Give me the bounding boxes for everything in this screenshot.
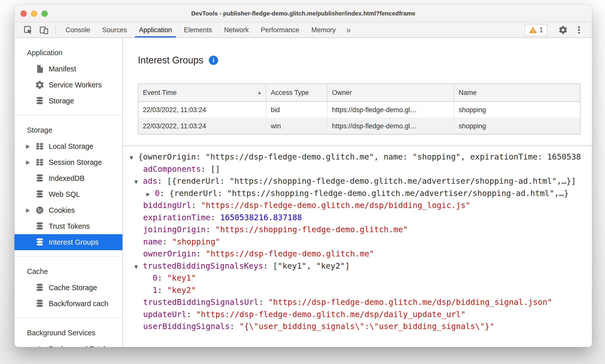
column-header-name[interactable]: Name xyxy=(454,84,580,102)
expand-arrow-icon[interactable]: ▶ xyxy=(26,159,35,165)
database-icon xyxy=(35,221,44,231)
kebab-menu-icon[interactable] xyxy=(571,25,587,35)
sidebar-section-storage: Storage▶Local Storage▶Session StorageInd… xyxy=(14,115,122,257)
property-value: : xyxy=(196,249,206,258)
sidebar-item-cookies[interactable]: ▶Cookies xyxy=(14,202,122,218)
info-icon[interactable]: i xyxy=(209,56,218,65)
sidebar-item-cache-storage[interactable]: Cache Storage xyxy=(14,280,122,296)
table-tree-splitter[interactable] xyxy=(123,145,592,146)
sidebar-item-local-storage[interactable]: ▶Local Storage xyxy=(14,138,122,154)
column-header-owner[interactable]: Owner xyxy=(327,84,454,102)
collapse-arrow-icon[interactable]: ▼ xyxy=(134,176,143,188)
tree-line[interactable]: ownerOrigin: "https://dsp-fledge-demo.gl… xyxy=(130,248,592,260)
cookie-icon xyxy=(35,205,44,215)
collapse-arrow-icon[interactable]: ▼ xyxy=(130,152,138,164)
devtools-toolbar: ConsoleSourcesApplicationElementsNetwork… xyxy=(14,22,592,38)
tree-line[interactable]: joiningOrigin: "https://shopping-fledge-… xyxy=(130,223,592,236)
tree-line[interactable]: trustedBiddingSignalsUrl: "https://dsp-f… xyxy=(130,296,592,308)
tree-line[interactable]: adComponents: [] xyxy=(130,163,592,175)
column-header-access-type[interactable]: Access Type xyxy=(266,84,327,102)
property-name: expirationTime xyxy=(143,213,211,222)
tree-line[interactable]: userBiddingSignals: "{\"user_bidding_sig… xyxy=(130,320,592,333)
tab-network[interactable]: Network xyxy=(218,22,255,37)
tab-sources[interactable]: Sources xyxy=(96,22,133,37)
property-value: "{\"user_bidding_signals\":\"user_biddin… xyxy=(239,322,494,331)
table-row[interactable]: 22/03/2022, 11:03:24bidhttps://dsp-fledg… xyxy=(138,102,580,118)
property-name: adComponents xyxy=(143,164,201,174)
interest-group-json-tree: ▼{ownerOrigin: "https://dsp-fledge-demo.… xyxy=(123,151,592,347)
property-value: "https://dsp-fledge-demo.glitch.me/dsp/b… xyxy=(201,200,470,210)
sidebar-item-back-forward-cach[interactable]: Back/forward cach xyxy=(14,296,122,312)
tree-line[interactable]: ▼trustedBiddingSignalsKeys: ["key1", "ke… xyxy=(130,260,592,272)
property-value: : {renderUrl: "https://shopping-fledge-d… xyxy=(160,188,569,198)
panel-title-row: Interest Groups i xyxy=(138,55,218,66)
tree-line[interactable]: ▼ads: [{renderUrl: "https://shopping-fle… xyxy=(130,175,592,187)
expand-arrow-icon[interactable]: ▶ xyxy=(146,188,155,200)
tree-line[interactable]: ▼{ownerOrigin: "https://dsp-fledge-demo.… xyxy=(130,151,592,163)
settings-gear-icon[interactable] xyxy=(555,25,571,35)
table-cell: https://dsp-fledge-demo.gl… xyxy=(327,118,454,135)
tree-line[interactable]: expirationTime: 1650538216.837188 xyxy=(130,211,592,224)
sidebar-item-service-workers[interactable]: Service Workers xyxy=(14,77,122,93)
property-name: 0 xyxy=(155,188,160,198)
table-header-row: Event Time▲Access TypeOwnerName xyxy=(138,84,580,102)
close-button[interactable] xyxy=(20,10,27,17)
tab-performance[interactable]: Performance xyxy=(255,22,305,37)
sidebar-item-web-sql[interactable]: Web SQL xyxy=(14,186,122,202)
collapse-arrow-icon[interactable]: ▼ xyxy=(134,261,143,273)
property-name: ownerOrigin xyxy=(143,249,196,258)
sidebar-item-background-fetch[interactable]: Background Fetch xyxy=(14,341,122,347)
property-value: "https://dsp-fledge-demo.glitch.me/dsp/d… xyxy=(196,310,466,319)
device-toolbar-icon[interactable] xyxy=(36,22,52,37)
property-value: "https://shopping-fledge-demo.glitch.me" xyxy=(215,225,408,234)
issues-badge[interactable]: 1 xyxy=(525,24,548,36)
table-row[interactable]: 22/03/2022, 11:03:24winhttps://dsp-fledg… xyxy=(138,118,580,135)
expand-arrow-icon[interactable]: ▶ xyxy=(26,207,35,213)
table-cell: 22/03/2022, 11:03:24 xyxy=(138,102,266,118)
traffic-lights xyxy=(20,5,48,22)
database-icon xyxy=(35,96,44,106)
sidebar-item-manifest[interactable]: Manifest xyxy=(14,61,122,77)
minimize-button[interactable] xyxy=(31,10,37,17)
more-tabs-button[interactable]: » xyxy=(342,22,355,37)
issues-count: 1 xyxy=(539,26,543,34)
property-value: : xyxy=(211,213,220,222)
sidebar-item-indexeddb[interactable]: IndexedDB xyxy=(14,170,122,186)
sort-ascending-icon: ▲ xyxy=(257,90,262,95)
tab-application[interactable]: Application xyxy=(133,22,178,37)
sidebar-item-session-storage[interactable]: ▶Session Storage xyxy=(14,154,122,170)
sidebar-item-label: Background Fetch xyxy=(49,345,107,347)
inspect-element-icon[interactable] xyxy=(20,22,36,37)
zoom-button[interactable] xyxy=(41,10,48,17)
property-name: ads xyxy=(143,176,157,186)
property-value: : ["key1", "key2"] xyxy=(263,261,350,271)
property-value: : xyxy=(230,322,240,331)
property-name: updateUrl xyxy=(143,310,186,319)
tab-console[interactable]: Console xyxy=(59,22,96,37)
sidebar-item-storage[interactable]: Storage xyxy=(14,93,122,109)
property-value: "shopping" xyxy=(172,237,220,246)
table-cell: shopping xyxy=(454,102,580,118)
tree-line[interactable]: name: "shopping" xyxy=(130,236,592,248)
tree-line[interactable]: updateUrl: "https://dsp-fledge-demo.glit… xyxy=(130,308,592,321)
column-header-event-time[interactable]: Event Time▲ xyxy=(138,84,266,102)
database-icon xyxy=(35,299,44,308)
tree-line[interactable]: 0: "key1" xyxy=(130,272,592,284)
column-label: Name xyxy=(459,89,477,96)
sidebar-item-interest-groups[interactable]: Interest Groups xyxy=(14,234,122,250)
tree-line[interactable]: biddingUrl: "https://dsp-fledge-demo.gli… xyxy=(130,199,592,211)
tree-line[interactable]: ▶0: {renderUrl: "https://shopping-fledge… xyxy=(130,187,592,199)
tab-memory[interactable]: Memory xyxy=(305,22,342,37)
interest-groups-table: Event Time▲Access TypeOwnerName 22/03/20… xyxy=(138,83,581,135)
tree-line[interactable]: 1: "key2" xyxy=(130,284,592,296)
sidebar-item-label: Interest Groups xyxy=(49,238,99,246)
sidebar-item-trust-tokens[interactable]: Trust Tokens xyxy=(14,218,122,234)
sidebar-item-label: IndexedDB xyxy=(49,174,85,182)
table-cell: bid xyxy=(266,102,327,118)
tab-elements[interactable]: Elements xyxy=(178,22,218,37)
sidebar-section-application: ApplicationManifestService WorkersStorag… xyxy=(14,38,122,115)
expand-arrow-icon[interactable]: ▶ xyxy=(26,143,35,149)
upload-icon xyxy=(35,344,44,347)
file-icon xyxy=(35,64,44,74)
property-value: {ownerOrigin: "https://dsp-fledge-demo.g… xyxy=(138,152,581,162)
